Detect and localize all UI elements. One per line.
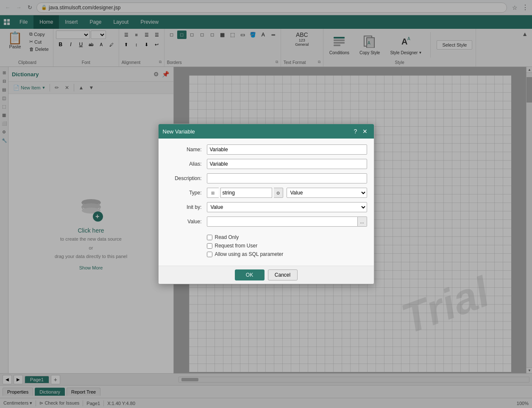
value-browse-button[interactable]: … — [358, 216, 367, 227]
readonly-checkbox[interactable] — [207, 235, 212, 240]
value-input-container: … — [207, 216, 367, 227]
modal-footer: OK Cancel — [159, 266, 374, 284]
request-from-user-checkbox[interactable] — [207, 243, 212, 249]
modal-description-row: Description: — [165, 173, 367, 183]
modal-overlay: New Variable ? ✕ Name: Alias: Descriptio… — [0, 0, 532, 408]
type-text: string — [220, 188, 272, 198]
request-from-user-label[interactable]: Request from User — [215, 243, 258, 249]
type-dropdown-button[interactable]: ⊙ — [274, 188, 283, 198]
modal-value-row: Value: … — [165, 216, 367, 227]
type-selector: ⊞ string ⊙ — [207, 188, 283, 198]
name-label: Name: — [165, 147, 203, 153]
allow-sql-label[interactable]: Allow using as SQL parameter — [215, 251, 284, 257]
value-type-select[interactable]: Value Expression None — [287, 188, 367, 198]
modal-name-row: Name: — [165, 144, 367, 155]
value-input[interactable] — [207, 216, 358, 227]
value-label: Value: — [165, 219, 203, 225]
modal-type-row: Type: ⊞ string ⊙ Value Expression None — [165, 188, 367, 198]
readonly-label[interactable]: Read Only — [215, 234, 239, 240]
type-db-icon: ⊞ — [211, 191, 214, 195]
modal-alias-row: Alias: — [165, 159, 367, 169]
modal-body: Name: Alias: Description: Type: ⊞ — [159, 139, 374, 266]
description-label: Description: — [165, 175, 203, 181]
alias-label: Alias: — [165, 161, 203, 167]
allow-sql-row: Allow using as SQL parameter — [207, 251, 367, 257]
allow-sql-checkbox[interactable] — [207, 252, 212, 257]
initby-label: Init by: — [165, 204, 203, 210]
new-variable-modal: New Variable ? ✕ Name: Alias: Descriptio… — [158, 124, 374, 284]
ok-button[interactable]: OK — [235, 269, 265, 280]
request-user-row: Request from User — [207, 243, 367, 249]
modal-header: New Variable ? ✕ — [159, 124, 374, 139]
modal-title: New Variable — [163, 128, 351, 135]
modal-close-button[interactable]: ✕ — [360, 127, 370, 136]
alias-input[interactable] — [207, 159, 367, 169]
readonly-row: Read Only — [207, 234, 367, 240]
type-label: Type: — [165, 190, 203, 196]
description-input[interactable] — [207, 173, 367, 183]
initby-select[interactable]: Value Expression None — [207, 202, 367, 212]
cancel-button[interactable]: Cancel — [268, 269, 298, 280]
modal-initby-row: Init by: Value Expression None — [165, 202, 367, 212]
type-icon-box: ⊞ — [207, 188, 219, 198]
name-input[interactable] — [207, 144, 367, 155]
modal-help-button[interactable]: ? — [351, 127, 360, 136]
